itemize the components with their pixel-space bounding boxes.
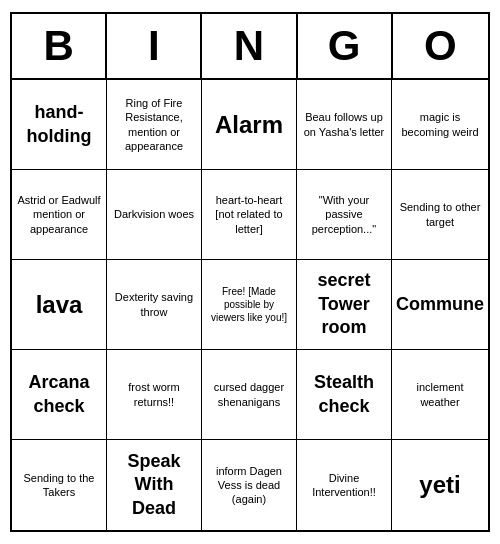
bingo-cell-4: magic is becoming weird — [392, 80, 488, 170]
bingo-cell-12: Free! [Made possible by viewers like you… — [202, 260, 297, 350]
bingo-cell-23: Divine Intervention!! — [297, 440, 392, 530]
bingo-header: BINGO — [12, 14, 488, 80]
bingo-cell-21: Speak With Dead — [107, 440, 202, 530]
bingo-cell-15: Arcana check — [12, 350, 107, 440]
bingo-cell-7: heart-to-heart [not related to letter] — [202, 170, 297, 260]
bingo-cell-6: Darkvision woes — [107, 170, 202, 260]
bingo-cell-0: hand-holding — [12, 80, 107, 170]
bingo-cell-1: Ring of Fire Resistance, mention or appe… — [107, 80, 202, 170]
bingo-cell-20: Sending to the Takers — [12, 440, 107, 530]
bingo-letter-i: I — [107, 14, 202, 78]
bingo-cell-10: lava — [12, 260, 107, 350]
bingo-cell-11: Dexterity saving throw — [107, 260, 202, 350]
bingo-letter-o: O — [393, 14, 488, 78]
bingo-cell-16: frost worm returns!! — [107, 350, 202, 440]
bingo-cell-19: inclement weather — [392, 350, 488, 440]
bingo-cell-22: inform Dagen Vess is dead (again) — [202, 440, 297, 530]
bingo-grid: hand-holdingRing of Fire Resistance, men… — [12, 80, 488, 530]
bingo-letter-n: N — [202, 14, 297, 78]
bingo-card: BINGO hand-holdingRing of Fire Resistanc… — [10, 12, 490, 532]
bingo-cell-18: Stealth check — [297, 350, 392, 440]
bingo-cell-8: "With your passive perception..." — [297, 170, 392, 260]
bingo-letter-b: B — [12, 14, 107, 78]
bingo-cell-13: secret Tower room — [297, 260, 392, 350]
bingo-letter-g: G — [298, 14, 393, 78]
bingo-cell-5: Astrid or Eadwulf mention or appearance — [12, 170, 107, 260]
bingo-cell-2: Alarm — [202, 80, 297, 170]
bingo-cell-24: yeti — [392, 440, 488, 530]
bingo-cell-14: Commune — [392, 260, 488, 350]
bingo-cell-9: Sending to other target — [392, 170, 488, 260]
bingo-cell-3: Beau follows up on Yasha's letter — [297, 80, 392, 170]
bingo-cell-17: cursed dagger shenanigans — [202, 350, 297, 440]
